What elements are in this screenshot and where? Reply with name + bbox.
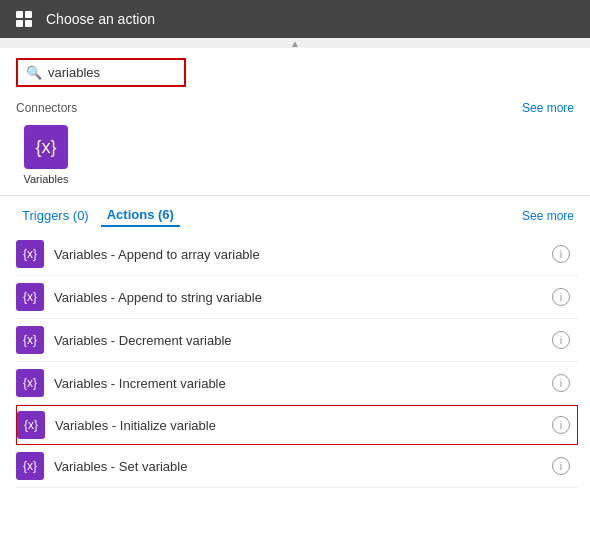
connector-label: Variables — [23, 173, 68, 185]
action-label: Variables - Decrement variable — [54, 333, 552, 348]
tabs-row: Triggers (0) Actions (6) See more — [16, 204, 574, 227]
tabs-container: Triggers (0) Actions (6) — [16, 204, 180, 227]
svg-rect-2 — [16, 20, 23, 27]
action-append-array[interactable]: {x} Variables - Append to array variable… — [16, 233, 578, 276]
actions-list: {x} Variables - Append to array variable… — [16, 233, 578, 541]
action-label: Variables - Set variable — [54, 459, 552, 474]
dialog-header: Choose an action — [0, 0, 590, 38]
connectors-section: Connectors See more {x} Variables — [0, 95, 590, 196]
action-icon: {x} — [16, 240, 44, 268]
top-arrow-indicator — [0, 38, 590, 48]
action-label: Variables - Initialize variable — [55, 418, 552, 433]
action-icon: {x} — [16, 283, 44, 311]
connectors-see-more[interactable]: See more — [522, 101, 574, 115]
action-icon: {x} — [16, 326, 44, 354]
connector-icon: {x} — [24, 125, 68, 169]
info-icon[interactable]: i — [552, 245, 570, 263]
search-section: 🔍 — [0, 48, 590, 95]
action-label: Variables - Increment variable — [54, 376, 552, 391]
info-icon[interactable]: i — [552, 288, 570, 306]
actions-see-more[interactable]: See more — [522, 209, 574, 223]
actions-section: Triggers (0) Actions (6) See more {x} Va… — [0, 196, 590, 541]
search-input[interactable] — [48, 65, 168, 80]
action-append-string[interactable]: {x} Variables - Append to string variabl… — [16, 276, 578, 319]
search-box[interactable]: 🔍 — [16, 58, 186, 87]
action-initialize[interactable]: {x} Variables - Initialize variable i — [16, 405, 578, 445]
svg-rect-3 — [25, 20, 32, 27]
header-title: Choose an action — [46, 11, 155, 27]
action-increment[interactable]: {x} Variables - Increment variable i — [16, 362, 578, 405]
action-set[interactable]: {x} Variables - Set variable i — [16, 445, 578, 488]
connectors-header: Connectors See more — [16, 101, 574, 115]
action-decrement[interactable]: {x} Variables - Decrement variable i — [16, 319, 578, 362]
info-icon[interactable]: i — [552, 416, 570, 434]
svg-rect-1 — [25, 11, 32, 18]
action-icon: {x} — [16, 369, 44, 397]
info-icon[interactable]: i — [552, 374, 570, 392]
tab-actions[interactable]: Actions (6) — [101, 204, 180, 227]
tab-triggers[interactable]: Triggers (0) — [16, 204, 95, 227]
header-icon — [12, 7, 36, 31]
action-label: Variables - Append to string variable — [54, 290, 552, 305]
connector-icon-text: {x} — [35, 137, 56, 158]
variables-connector[interactable]: {x} Variables — [16, 125, 76, 185]
action-label: Variables - Append to array variable — [54, 247, 552, 262]
info-icon[interactable]: i — [552, 457, 570, 475]
search-icon: 🔍 — [26, 65, 42, 80]
info-icon[interactable]: i — [552, 331, 570, 349]
action-icon: {x} — [16, 452, 44, 480]
svg-rect-0 — [16, 11, 23, 18]
connectors-label: Connectors — [16, 101, 77, 115]
action-icon: {x} — [17, 411, 45, 439]
